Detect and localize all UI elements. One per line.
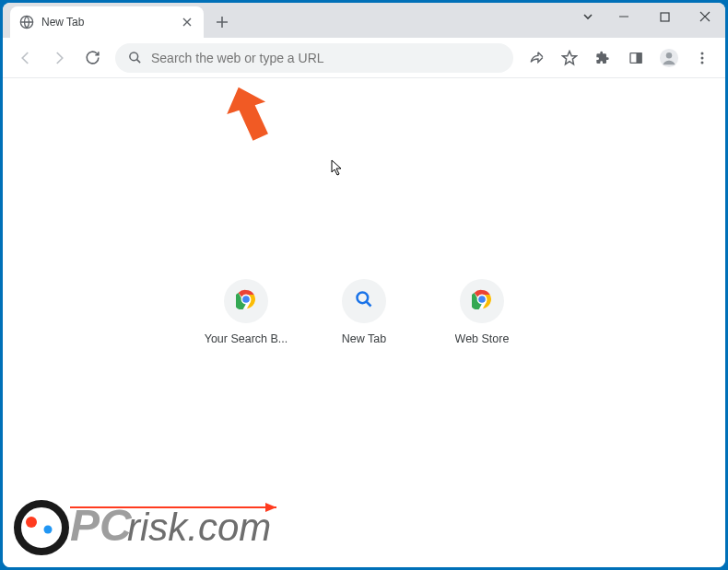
search-icon — [355, 290, 373, 312]
svg-rect-4 — [637, 52, 641, 63]
browser-window: New Tab — [3, 3, 725, 567]
window-controls — [572, 3, 725, 30]
close-tab-icon[interactable] — [180, 15, 194, 29]
shortcut-icon-circle — [224, 279, 268, 323]
shortcut-new-tab[interactable]: New Tab — [320, 279, 408, 345]
reload-button[interactable] — [76, 42, 108, 74]
menu-icon[interactable] — [687, 42, 718, 74]
mouse-cursor-icon — [331, 159, 344, 180]
browser-tab[interactable]: New Tab — [10, 6, 204, 38]
minimize-button[interactable] — [604, 3, 644, 30]
shortcut-label: Your Search B... — [205, 332, 288, 345]
toolbar — [3, 38, 725, 78]
globe-icon — [19, 15, 34, 29]
titlebar: New Tab — [3, 3, 725, 38]
annotation-arrow-icon — [224, 86, 279, 154]
tab-title: New Tab — [41, 16, 172, 29]
svg-point-6 — [666, 52, 672, 58]
svg-point-13 — [358, 293, 369, 304]
chrome-icon — [236, 289, 256, 313]
chrome-icon — [472, 289, 492, 313]
new-tab-button[interactable] — [209, 9, 235, 35]
svg-point-15 — [478, 296, 486, 303]
shortcut-label: New Tab — [342, 332, 386, 345]
forward-button[interactable] — [43, 42, 75, 74]
shortcut-your-search[interactable]: Your Search B... — [202, 279, 290, 345]
shortcuts-row: Your Search B... New Tab Web Store — [3, 279, 725, 345]
svg-point-2 — [130, 52, 138, 61]
omnibox-input[interactable] — [151, 51, 500, 65]
sidepanel-icon[interactable] — [620, 42, 652, 74]
svg-point-9 — [701, 61, 704, 64]
shortcut-icon-circle — [342, 279, 386, 323]
shortcut-icon-circle — [460, 279, 504, 323]
back-button[interactable] — [10, 42, 41, 74]
shortcut-web-store[interactable]: Web Store — [438, 279, 526, 345]
svg-point-8 — [701, 56, 704, 59]
svg-point-7 — [701, 52, 704, 54]
search-icon — [128, 51, 142, 64]
bookmark-icon[interactable] — [554, 42, 585, 74]
profile-icon[interactable] — [653, 42, 685, 74]
chevron-down-icon[interactable] — [572, 3, 604, 30]
shortcut-label: Web Store — [455, 332, 510, 345]
share-icon[interactable] — [521, 42, 552, 74]
page-content: Your Search B... New Tab Web Store — [3, 78, 725, 567]
address-bar[interactable] — [115, 43, 513, 73]
maximize-button[interactable] — [644, 3, 685, 30]
svg-point-11 — [242, 296, 250, 303]
extensions-icon[interactable] — [587, 42, 618, 74]
svg-rect-1 — [661, 13, 669, 21]
close-window-button[interactable] — [685, 3, 725, 30]
